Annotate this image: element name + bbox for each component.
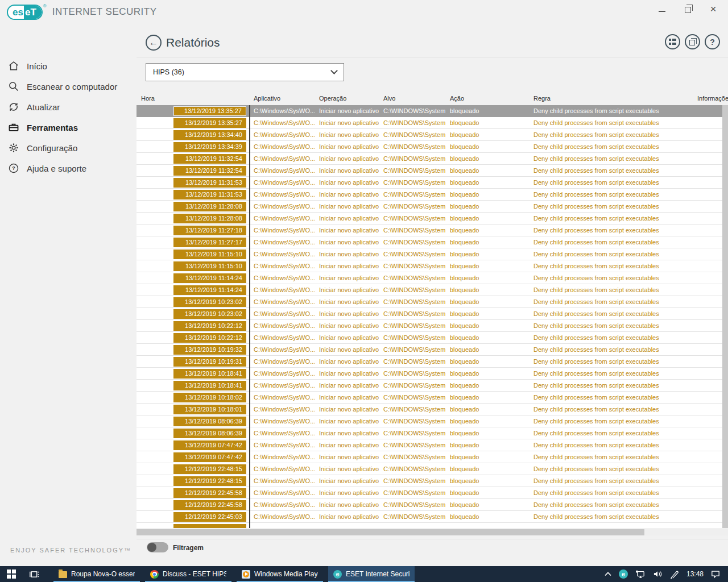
table-row[interactable]: 13/12/2019 11:32:54 C:\Windows\SysWO... … [136, 153, 722, 165]
aplicativo-cell: C:\Windows\SysWO... [249, 489, 315, 496]
table-row[interactable]: 13/12/2019 11:31:53 C:\Windows\SysWO... … [136, 189, 722, 201]
table-row[interactable]: 13/12/2019 10:22:12 C:\Windows\SysWO... … [136, 332, 722, 344]
horizontal-scrollbar-thumb[interactable] [136, 529, 644, 535]
table-row[interactable]: 13/12/2019 11:32:54 C:\Windows\SysWO... … [136, 165, 722, 177]
operacao-cell: Iniciar novo aplicativo [315, 418, 379, 425]
table-row[interactable]: 12/12/2019 22:48:15 C:\Windows\SysWO... … [136, 463, 722, 475]
table-row[interactable]: 13/12/2019 11:15:10 C:\Windows\SysWO... … [136, 260, 722, 272]
restore-button[interactable] [683, 5, 692, 14]
pen-icon[interactable] [670, 570, 679, 579]
table-row[interactable]: 13/12/2019 08:06:39 C:\Windows\SysWO... … [136, 415, 722, 427]
acao-cell: bloqueado [445, 203, 529, 210]
table-row[interactable]: 13/12/2019 13:34:40 C:\Windows\SysWO... … [136, 129, 722, 141]
tray-eset-icon[interactable]: e [619, 569, 628, 579]
column-header-informacoes[interactable]: Informações [693, 95, 728, 102]
table-row[interactable]: 12/12/2019 22:45:58 C:\Windows\SysWO... … [136, 487, 722, 499]
aplicativo-cell: C:\Windows\SysWO... [249, 131, 315, 138]
table-row[interactable]: 13/12/2019 11:27:17 C:\Windows\SysWO... … [136, 236, 722, 248]
column-header-aplicativo[interactable]: Aplicativo [249, 95, 315, 102]
close-button[interactable]: × [709, 5, 718, 14]
table-row[interactable]: 13/12/2019 13:35:27 C:\Windows\SysWO... … [136, 117, 722, 129]
minimize-button[interactable] [657, 5, 667, 14]
sidebar-item-configuracao[interactable]: Configuração [0, 138, 136, 158]
operacao-cell: Iniciar novo aplicativo [315, 501, 379, 508]
table-row[interactable]: 13/12/2019 10:18:01 C:\Windows\SysWO... … [136, 404, 722, 415]
table-row[interactable]: 13/12/2019 07:47:42 C:\Windows\SysWO... … [136, 451, 722, 463]
sidebar-item-ajuda[interactable]: ? Ajuda e suporte [0, 158, 136, 178]
table-row[interactable]: 13/12/2019 10:18:41 C:\Windows\SysWO... … [136, 380, 722, 392]
network-icon[interactable] [635, 570, 646, 579]
table-row[interactable]: 12/12/2019 22:45:58 C:\Windows\SysWO... … [136, 499, 722, 511]
table-row[interactable]: 12/12/2019 22:48:15 C:\Windows\SysWO... … [136, 475, 722, 487]
view-options-button[interactable] [665, 34, 680, 49]
sidebar-item-atualizar[interactable]: Atualizar [0, 97, 136, 117]
task-view-button[interactable] [23, 566, 46, 582]
timestamp-badge: 13/12/2019 13:34:40 [173, 130, 246, 140]
taskbar-app-eset[interactable]: e ESET Internet Security [328, 566, 415, 582]
timestamp-badge: 13/12/2019 13:35:27 [173, 118, 246, 128]
table-row[interactable] [136, 523, 722, 528]
table-row[interactable]: 13/12/2019 10:23:02 C:\Windows\SysWO... … [136, 296, 722, 308]
table-row[interactable]: 13/12/2019 13:34:39 C:\Windows\SysWO... … [136, 141, 722, 153]
vertical-scrollbar-thumb[interactable] [722, 105, 728, 528]
sidebar-item-escanear[interactable]: Escanear o computador [0, 76, 136, 97]
open-window-button[interactable] [685, 34, 700, 49]
alvo-cell: C:\WINDOWS\System... [379, 406, 445, 413]
table-row[interactable]: 13/12/2019 11:31:53 C:\Windows\SysWO... … [136, 177, 722, 189]
toggle-knob [147, 543, 156, 552]
taskbar-app-chrome[interactable]: Discuss - ESET HIPS n... [145, 566, 231, 582]
action-center-icon[interactable] [711, 570, 720, 579]
acao-cell: bloqueado [445, 251, 529, 257]
log-type-dropdown[interactable]: HIPS (36) [146, 63, 344, 81]
column-header-operacao[interactable]: Operação [315, 95, 379, 102]
horizontal-scrollbar[interactable] [136, 529, 728, 535]
sidebar-item-ferramentas[interactable]: Ferramentas [0, 117, 136, 138]
column-header-alvo[interactable]: Alvo [379, 95, 445, 102]
table-row[interactable]: 13/12/2019 10:19:32 C:\Windows\SysWO... … [136, 344, 722, 356]
table-row[interactable]: 13/12/2019 10:19:31 C:\Windows\SysWO... … [136, 356, 722, 368]
table-row[interactable]: 13/12/2019 11:15:10 C:\Windows\SysWO... … [136, 248, 722, 260]
timestamp-badge: 13/12/2019 11:28:08 [173, 202, 246, 211]
eset-tagline: ENJOY SAFER TECHNOLOGY™ [10, 547, 131, 554]
regra-cell: Deny child processes from script executa… [529, 167, 693, 174]
start-button[interactable] [0, 566, 23, 582]
alvo-cell: C:\WINDOWS\System... [379, 418, 445, 425]
table-row[interactable]: 13/12/2019 08:06:39 C:\Windows\SysWO... … [136, 427, 722, 439]
timestamp-badge: 13/12/2019 11:31:53 [173, 190, 246, 199]
table-row[interactable]: 13/12/2019 10:18:02 C:\Windows\SysWO... … [136, 392, 722, 404]
table-row[interactable]: 13/12/2019 13:35:27 C:\Windows\SysWO... … [136, 105, 722, 117]
column-header-hora[interactable]: Hora [136, 95, 249, 102]
table-row[interactable]: 13/12/2019 07:47:42 C:\Windows\SysWO... … [136, 439, 722, 451]
regra-cell: Deny child processes from script executa… [529, 119, 693, 126]
aplicativo-cell: C:\Windows\SysWO... [249, 477, 315, 484]
hora-cell: 13/12/2019 13:34:39 [136, 142, 249, 152]
help-button[interactable]: ? [705, 34, 720, 49]
table-row[interactable]: 13/12/2019 10:18:41 C:\Windows\SysWO... … [136, 368, 722, 380]
taskbar-app-wmp[interactable]: Windows Media Player [237, 566, 323, 582]
tray-overflow-chevron-icon[interactable] [605, 572, 611, 576]
volume-icon[interactable] [653, 570, 663, 578]
hora-cell [136, 524, 249, 529]
table-row[interactable]: 13/12/2019 11:14:24 C:\Windows\SysWO... … [136, 272, 722, 284]
hora-cell: 13/12/2019 13:35:27 [136, 118, 249, 128]
column-header-regra[interactable]: Regra [529, 95, 693, 102]
sidebar-item-inicio[interactable]: Início [0, 56, 136, 76]
column-header-acao[interactable]: Ação [445, 95, 529, 102]
timestamp-badge: 13/12/2019 11:14:24 [173, 273, 246, 283]
alvo-cell: C:\WINDOWS\System... [379, 382, 445, 389]
aplicativo-cell: C:\Windows\SysWO... [249, 239, 315, 246]
table-row[interactable]: 13/12/2019 11:28:08 C:\Windows\SysWO... … [136, 201, 722, 213]
back-button[interactable]: ← [146, 35, 162, 51]
table-row[interactable]: 13/12/2019 11:14:24 C:\Windows\SysWO... … [136, 284, 722, 296]
table-row[interactable]: 13/12/2019 11:27:18 C:\Windows\SysWO... … [136, 225, 722, 236]
taskbar-clock[interactable]: 13:48 [686, 570, 704, 578]
vertical-scrollbar[interactable] [722, 105, 728, 528]
table-row[interactable]: 13/12/2019 10:22:12 C:\Windows\SysWO... … [136, 320, 722, 332]
table-row[interactable]: 13/12/2019 11:28:08 C:\Windows\SysWO... … [136, 213, 722, 225]
taskbar-app-explorer[interactable]: Roupa Nova-O essen... [53, 566, 140, 582]
aplicativo-cell: C:\Windows\SysWO... [249, 406, 315, 413]
filter-toggle[interactable] [147, 542, 168, 552]
table-row[interactable]: 13/12/2019 10:23:02 C:\Windows\SysWO... … [136, 308, 722, 320]
table-row[interactable]: 12/12/2019 22:45:03 C:\Windows\SysWO... … [136, 511, 722, 523]
regra-cell: Deny child processes from script executa… [529, 358, 693, 365]
